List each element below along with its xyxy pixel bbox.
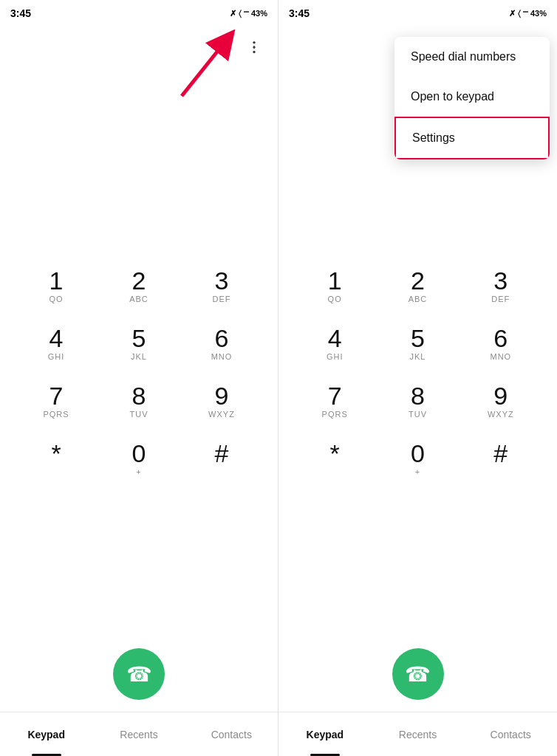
nav-item-contacts[interactable]: Contacts: [185, 712, 278, 756]
dial-key-right-4[interactable]: 4GHI: [293, 315, 376, 373]
bluetooth-icon: ✗: [230, 9, 236, 18]
wifi-icon-right: 〈: [518, 9, 521, 18]
dialpad-grid-right: 1QO2ABC3DEF4GHI5JKL6MNO7PQRS8TUV9WXYZ*0+…: [293, 258, 542, 488]
dial-key-left-3[interactable]: 3DEF: [180, 258, 263, 315]
dial-key-left-*[interactable]: *: [15, 430, 98, 488]
dial-key-right-1[interactable]: 1QO: [293, 258, 376, 315]
dial-key-right-#[interactable]: #: [459, 430, 542, 488]
status-bar-right: 3:45 ✗ 〈 ⎻ 43%: [278, 0, 557, 27]
dial-key-right-8[interactable]: 8TUV: [376, 373, 459, 430]
status-time-right: 3:45: [289, 7, 310, 19]
svg-point-3: [253, 46, 255, 48]
dial-key-right-7[interactable]: 7PQRS: [293, 373, 376, 430]
dial-key-right-*[interactable]: *: [293, 430, 376, 488]
battery-icon: 43%: [251, 9, 267, 18]
dial-key-right-3[interactable]: 3DEF: [459, 258, 542, 315]
signal-icon-right: ⎻: [523, 9, 528, 18]
call-btn-area-left: ☎: [0, 633, 278, 712]
nav-item-recents[interactable]: Recents: [92, 712, 185, 756]
svg-point-4: [253, 51, 255, 53]
dialpad-grid-left: 1QO2ABC3DEF4GHI5JKL6MNO7PQRS8TUV9WXYZ*0+…: [15, 258, 263, 488]
right-phone-screen: 3:45 ✗ 〈 ⎻ 43% Speed dial numbersOpen to…: [278, 0, 557, 756]
phone-icon-right: ☎: [405, 662, 431, 687]
status-time-left: 3:45: [10, 7, 31, 19]
dial-key-left-9[interactable]: 9WXYZ: [180, 373, 263, 430]
dial-key-left-7[interactable]: 7PQRS: [15, 373, 98, 430]
svg-point-0: [215, 42, 224, 51]
bottom-nav-left: KeypadRecentsContacts: [0, 712, 278, 756]
dial-key-left-2[interactable]: 2ABC: [98, 258, 180, 315]
dial-key-left-1[interactable]: 1QO: [15, 258, 98, 315]
dropdown-item-2[interactable]: Settings: [394, 117, 550, 159]
top-bar-left: [0, 27, 278, 68]
wifi-icon: 〈: [239, 9, 242, 18]
dial-key-right-5[interactable]: 5JKL: [376, 315, 459, 373]
dial-key-left-4[interactable]: 4GHI: [15, 315, 98, 373]
nav-item-right-recents[interactable]: Recents: [372, 712, 465, 756]
dial-key-right-0[interactable]: 0+: [376, 430, 459, 488]
dialpad-left: 1QO2ABC3DEF4GHI5JKL6MNO7PQRS8TUV9WXYZ*0+…: [0, 112, 278, 633]
svg-point-2: [253, 41, 255, 44]
more-options-button-left[interactable]: [239, 32, 269, 62]
dial-key-left-8[interactable]: 8TUV: [98, 373, 180, 430]
dial-key-left-5[interactable]: 5JKL: [98, 315, 180, 373]
dial-key-right-6[interactable]: 6MNO: [459, 315, 542, 373]
nav-item-keypad[interactable]: Keypad: [0, 712, 92, 756]
call-button-left[interactable]: ☎: [113, 648, 165, 700]
status-bar-left: 3:45 ✗ 〈 ⎻ 43%: [0, 0, 278, 27]
dial-key-left-0[interactable]: 0+: [98, 430, 180, 488]
status-icons-left: ✗ 〈 ⎻ 43%: [230, 9, 267, 18]
dropdown-menu: Speed dial numbersOpen to keypadSettings: [394, 37, 550, 159]
dial-key-left-6[interactable]: 6MNO: [180, 315, 263, 373]
dial-key-right-9[interactable]: 9WXYZ: [459, 373, 542, 430]
status-icons-right: ✗ 〈 ⎻ 43%: [509, 9, 547, 18]
dropdown-item-1[interactable]: Open to keypad: [394, 77, 550, 117]
search-button-left[interactable]: [205, 32, 235, 62]
bottom-nav-right: KeypadRecentsContacts: [278, 712, 557, 756]
bluetooth-icon-right: ✗: [509, 9, 516, 18]
svg-line-1: [222, 49, 226, 53]
dial-key-left-#[interactable]: #: [180, 430, 263, 488]
nav-item-right-keypad[interactable]: Keypad: [278, 712, 372, 756]
battery-icon-right: 43%: [530, 9, 547, 18]
signal-icon: ⎻: [244, 9, 249, 18]
left-phone-screen: 3:45 ✗ 〈 ⎻ 43%: [0, 0, 278, 756]
dial-key-right-2[interactable]: 2ABC: [376, 258, 459, 315]
phone-icon-left: ☎: [126, 662, 152, 687]
dropdown-item-0[interactable]: Speed dial numbers: [394, 37, 550, 77]
nav-item-right-contacts[interactable]: Contacts: [464, 712, 557, 756]
call-btn-area-right: ☎: [278, 633, 557, 712]
dialpad-right: 1QO2ABC3DEF4GHI5JKL6MNO7PQRS8TUV9WXYZ*0+…: [278, 112, 557, 633]
call-button-right[interactable]: ☎: [392, 648, 444, 700]
